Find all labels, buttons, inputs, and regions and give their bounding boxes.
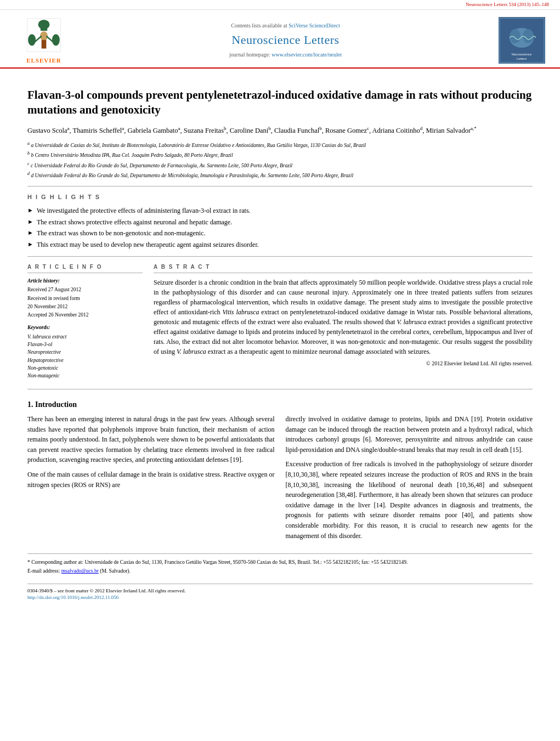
- footer-doi-link[interactable]: http://dx.doi.org/10.1016/j.neulet.2012.…: [27, 595, 118, 600]
- highlight-item-3: ► The extract was shown to be non-genoto…: [27, 229, 533, 238]
- highlight-item-1: ► We investigated the protective effects…: [27, 206, 533, 216]
- affil-d: d d Universidade Federal do Rio Grande d…: [27, 171, 533, 179]
- highlights-title: H I G H L I G H T S: [27, 193, 533, 201]
- svg-rect-4: [42, 39, 47, 48]
- accepted-date: Accepted 26 November 2012: [27, 312, 143, 319]
- highlight-arrow-4: ►: [27, 240, 33, 248]
- highlights-section: H I G H L I G H T S ► We investigated th…: [27, 193, 533, 250]
- header-center: Contents lists available at SciVerse Sci…: [77, 13, 494, 67]
- affil-c-text: c Universidade Federal do Rio Grande do …: [31, 163, 292, 168]
- section-number: 1.: [27, 400, 33, 409]
- highlight-text-1: We investigated the protective effects o…: [37, 206, 251, 216]
- contents-text: Contents lists available at: [231, 22, 287, 29]
- journal-reference: Neuroscience Letters 534 (2013) 145–148: [466, 2, 549, 7]
- neuroscience-letters-logo: Neuroscience Letters: [494, 13, 549, 67]
- authors-line: Gustavo Scolaa, Thamiris Scheffela, Gabr…: [27, 125, 533, 136]
- sciverse-line: Contents lists available at SciVerse Sci…: [231, 22, 340, 30]
- affil-d-text: d Universidade Federal do Rio Grande do …: [31, 173, 353, 178]
- journal-header: ELSEVIER Contents lists available at Sci…: [0, 10, 560, 69]
- article-info-title: A R T I C L E I N F O: [27, 263, 143, 273]
- elsevier-tree-icon: [25, 16, 63, 54]
- highlight-text-4: This extract may be used to develop new …: [37, 240, 259, 250]
- sciverse-link[interactable]: SciVerse ScienceDirect: [289, 22, 340, 29]
- revised-label: Received in revised form: [27, 295, 143, 302]
- homepage-label: journal homepage:: [229, 52, 270, 58]
- svg-text:Letters: Letters: [516, 57, 526, 60]
- sciverse-link-text: SciVerse ScienceDirect: [289, 22, 340, 29]
- main-content: Flavan-3-ol compounds prevent pentylenet…: [0, 69, 560, 612]
- keyword-4: Hepatoprotective: [27, 357, 143, 364]
- svg-text:Neuroscience: Neuroscience: [511, 53, 531, 56]
- highlight-text-2: The extract shows protective effects aga…: [37, 218, 232, 227]
- email-link[interactable]: msalvado@ucs.br: [61, 568, 99, 574]
- intro-right-para-2: Excessive production of free radicals is…: [286, 459, 533, 541]
- highlight-text-3: The extract was shown to be non-genotoxi…: [37, 229, 206, 238]
- divider-2: [27, 256, 533, 257]
- footnotes: * Corresponding author at: Universidade …: [27, 553, 533, 575]
- intro-right-para-1: directly involved in oxidative damage to…: [286, 414, 533, 455]
- keyword-3: Neuroprotective: [27, 349, 143, 356]
- journal-ref-line: Neuroscience Letters 534 (2013) 145–148: [0, 0, 560, 10]
- elsevier-logo-container: ELSEVIER: [11, 13, 77, 67]
- revised-date: 20 November 2012: [27, 303, 143, 310]
- article-title: Flavan-3-ol compounds prevent pentylenet…: [27, 88, 533, 118]
- history-title: Article history:: [27, 278, 143, 285]
- keywords-title: Keywords:: [27, 324, 143, 331]
- affil-c: c c Universidade Federal do Rio Grande d…: [27, 161, 533, 169]
- introduction-title: 1. Introduction: [27, 399, 533, 410]
- affil-a-text: a Universidade de Caxias do Sul, Institu…: [31, 143, 366, 148]
- homepage-url[interactable]: www.elsevier.com/locate/neulet: [271, 52, 342, 58]
- keyword-1: V. labrusca extract: [27, 333, 143, 341]
- article-info-abstract-cols: A R T I C L E I N F O Article history: R…: [27, 263, 533, 381]
- journal-title-header: Neuroscience Letters: [231, 32, 339, 49]
- highlight-item-2: ► The extract shows protective effects a…: [27, 218, 533, 227]
- footer-issn: 0304-3940/$ – see front matter © 2012 El…: [27, 587, 533, 595]
- abstract-copyright: © 2012 Elsevier Ireland Ltd. All rights …: [154, 360, 533, 367]
- page-wrapper: Neuroscience Letters 534 (2013) 145–148: [0, 0, 560, 741]
- elsevier-brand-text: ELSEVIER: [26, 56, 61, 65]
- article-history: Article history: Received 27 August 2012…: [27, 278, 143, 319]
- body-right-col: directly involved in oxidative damage to…: [286, 414, 533, 545]
- highlight-arrow-3: ►: [27, 229, 33, 237]
- intro-para-1: There has been an emerging interest in n…: [27, 414, 275, 465]
- email-note: E-mail address: msalvado@ucs.br (M. Salv…: [27, 567, 533, 575]
- abstract-text: Seizure disorder is a chronic condition …: [154, 278, 533, 357]
- highlight-arrow-2: ►: [27, 218, 33, 226]
- affil-b-text: b Centro Universitário Metodista IPA, Ru…: [31, 152, 233, 158]
- svg-point-7: [28, 34, 36, 46]
- keyword-6: Non-mutagenic: [27, 372, 143, 380]
- footer-bar: 0304-3940/$ – see front matter © 2012 El…: [27, 584, 533, 601]
- keyword-5: Non-genotoxic: [27, 365, 143, 372]
- divider-1: [27, 186, 533, 186]
- highlight-item-4: ► This extract may be used to develop ne…: [27, 240, 533, 250]
- affil-b: b b Centro Universitário Metodista IPA, …: [27, 150, 533, 159]
- section-name: Introduction: [35, 400, 77, 409]
- journal-homepage: journal homepage: www.elsevier.com/locat…: [229, 51, 342, 59]
- highlight-arrow-1: ►: [27, 206, 33, 214]
- svg-point-8: [52, 34, 60, 46]
- keyword-2: Flavan-3-ol: [27, 341, 143, 348]
- article-info-col: A R T I C L E I N F O Article history: R…: [27, 263, 143, 381]
- affil-a: a a Universidade de Caxias do Sul, Insti…: [27, 140, 533, 149]
- received-date: Received 27 August 2012: [27, 286, 143, 293]
- abstract-col: A B S T R A C T Seizure disorder is a ch…: [154, 263, 533, 381]
- corresponding-author-note: * Corresponding author at: Universidade …: [27, 558, 533, 566]
- ns-letters-icon: Neuroscience Letters: [499, 17, 545, 64]
- divider-3: [27, 389, 533, 389]
- body-two-col: There has been an emerging interest in n…: [27, 414, 533, 545]
- affiliations: a a Universidade de Caxias do Sul, Insti…: [27, 140, 533, 180]
- svg-point-1: [38, 20, 50, 30]
- intro-para-2: One of the main causes of cellular damag…: [27, 470, 275, 490]
- body-left-col: There has been an emerging interest in n…: [27, 414, 275, 545]
- elsevier-logo: ELSEVIER: [25, 16, 63, 65]
- svg-rect-2: [41, 28, 47, 30]
- abstract-title: A B S T R A C T: [154, 263, 533, 273]
